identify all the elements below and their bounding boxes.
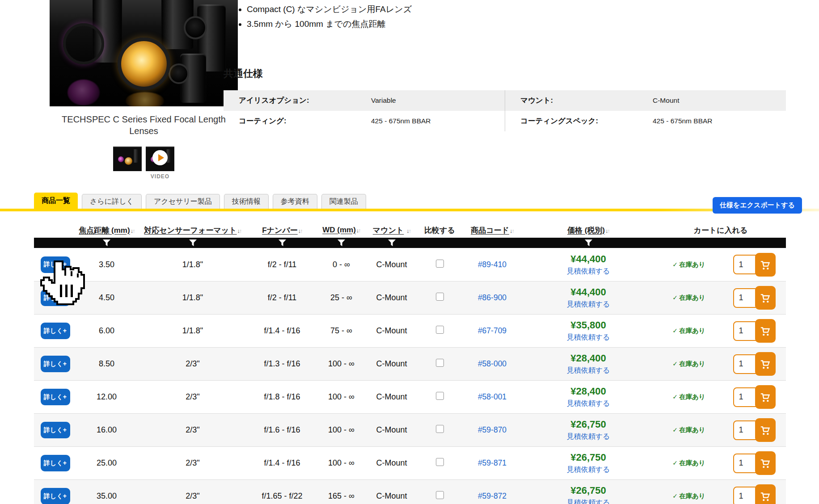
header-fnumber[interactable]: Fナンバー↓↑ (249, 225, 316, 235)
header-product-code[interactable]: 商品コード↓↑ (463, 225, 521, 235)
sort-icon[interactable]: ↓↑ (356, 227, 360, 234)
filter-icon[interactable] (76, 239, 137, 246)
fnumber-value: f/2 - f/11 (249, 293, 316, 302)
filter-icon[interactable] (316, 239, 367, 246)
header-wd[interactable]: WD (mm)↓↑ (316, 226, 367, 235)
compare-checkbox[interactable] (436, 392, 444, 400)
export-specs-button[interactable]: 仕様をエクスポートする (713, 197, 802, 214)
image-thumbnail[interactable] (113, 147, 142, 171)
tab-more-details[interactable]: さらに詳しく (82, 194, 142, 209)
compare-checkbox[interactable] (436, 260, 444, 268)
table-row: 詳しく+ 35.00 2/3" f/1.65 - f/22 165 - ∞ C-… (34, 479, 786, 504)
table-row: 詳しく+ 6.00 1/1.8" f/1.4 - f/16 75 - ∞ C-M… (34, 314, 786, 347)
filter-icon[interactable] (249, 239, 316, 246)
sort-icon[interactable]: ↓↑ (298, 227, 302, 234)
mount-value: C-Mount (367, 392, 416, 402)
compare-checkbox[interactable] (436, 293, 444, 301)
product-code-link[interactable]: #67-709 (478, 326, 507, 335)
focal-length-value: 16.00 (76, 425, 137, 435)
product-code-link[interactable]: #58-001 (478, 392, 507, 401)
header-mount[interactable]: マウント ↓↑ (367, 225, 416, 235)
sort-icon[interactable]: ↓↑ (237, 227, 241, 234)
details-button[interactable]: 詳しく+ (41, 323, 70, 339)
add-to-cart-button[interactable] (755, 352, 776, 376)
header-add-to-cart: カートに入れる (655, 225, 786, 235)
quote-request-link[interactable]: 見積依頼する (567, 366, 610, 375)
cart-icon (759, 292, 771, 304)
add-to-cart-button[interactable] (755, 319, 776, 343)
header-compare: 比較する (416, 225, 463, 235)
compare-checkbox[interactable] (436, 458, 444, 466)
add-to-cart-button[interactable] (755, 451, 776, 475)
add-to-cart-button[interactable] (755, 418, 776, 442)
quote-request-link[interactable]: 見積依頼する (567, 498, 610, 504)
quote-request-link[interactable]: 見積依頼する (567, 432, 610, 441)
sort-icon[interactable]: ↓↑ (510, 227, 514, 234)
quote-request-link[interactable]: 見積依頼する (567, 300, 610, 309)
add-to-cart-button[interactable] (755, 253, 776, 277)
tab-reference[interactable]: 参考資料 (273, 194, 317, 209)
product-code-link[interactable]: #59-870 (478, 425, 507, 434)
sort-icon[interactable]: ↓↑ (406, 227, 410, 234)
price-value: ¥44,400 (570, 286, 606, 298)
header-focal-length[interactable]: 焦点距離 (mm)↓↑ (76, 225, 137, 235)
compare-checkbox[interactable] (436, 425, 444, 433)
spec-label: マウント: (505, 96, 653, 105)
filter-icon[interactable] (137, 239, 249, 246)
wd-value: 100 - ∞ (316, 359, 367, 369)
compare-checkbox[interactable] (436, 359, 444, 367)
wd-value: 100 - ∞ (316, 425, 367, 435)
product-code-link[interactable]: #59-871 (478, 458, 507, 467)
details-button[interactable]: 詳しく+ (41, 455, 70, 471)
details-button[interactable]: 詳しく+ (41, 422, 70, 438)
price-value: ¥35,800 (570, 319, 606, 331)
details-button[interactable]: 詳しく+ (41, 356, 70, 372)
product-code-link[interactable]: #89-410 (478, 260, 507, 269)
focal-length-value: 8.50 (76, 359, 137, 369)
sensor-format-value: 1/1.8" (137, 326, 249, 336)
add-to-cart-button[interactable] (755, 484, 776, 504)
tab-technical-info[interactable]: 技術情報 (224, 194, 269, 209)
add-to-cart-button[interactable] (755, 385, 776, 409)
product-code-link[interactable]: #59-872 (478, 491, 507, 500)
in-stock-check-icon: ✓ (672, 492, 678, 500)
details-button[interactable]: 詳しく+ (41, 290, 70, 306)
product-code-link[interactable]: #58-000 (478, 359, 507, 368)
focal-length-value: 6.00 (76, 326, 137, 336)
sensor-format-value: 2/3" (137, 458, 249, 468)
compare-checkbox[interactable] (436, 326, 444, 334)
wd-value: 25 - ∞ (316, 293, 367, 302)
details-button[interactable]: 詳しく+ (41, 256, 70, 273)
mount-value: C-Mount (367, 293, 416, 302)
quote-request-link[interactable]: 見積依頼する (567, 465, 610, 475)
mount-value: C-Mount (367, 359, 416, 369)
filter-icon[interactable] (521, 239, 655, 246)
sensor-format-value: 2/3" (137, 392, 249, 402)
cart-icon (759, 325, 771, 337)
details-button[interactable]: 詳しく+ (41, 488, 70, 504)
sensor-format-value: 1/1.8" (137, 293, 249, 302)
spec-label: コーティングスペック: (505, 116, 653, 126)
filter-icon[interactable] (367, 239, 416, 246)
tab-accessories[interactable]: アクセサリー製品 (146, 194, 220, 209)
tab-product-list[interactable]: 商品一覧 (34, 193, 78, 209)
filter-bar (34, 238, 786, 248)
wd-value: 75 - ∞ (316, 326, 367, 336)
quote-request-link[interactable]: 見積依頼する (567, 267, 610, 276)
sensor-format-value: 2/3" (137, 491, 249, 501)
compare-checkbox[interactable] (436, 491, 444, 499)
stock-status: 在庫あり (679, 261, 705, 268)
quote-request-link[interactable]: 見積依頼する (567, 399, 610, 408)
product-highlights: Compact (C) なマシンビジョン用FAレンズ 3.5mm から 100m… (236, 2, 412, 31)
details-button[interactable]: 詳しく+ (41, 389, 70, 405)
video-thumbnail[interactable] (146, 147, 174, 171)
add-to-cart-button[interactable] (755, 286, 776, 310)
quote-request-link[interactable]: 見積依頼する (567, 333, 610, 342)
stock-status: 在庫あり (679, 360, 705, 367)
tab-related-products[interactable]: 関連製品 (321, 194, 366, 209)
sort-icon[interactable]: ↓↑ (131, 227, 135, 234)
sort-icon[interactable]: ↓↑ (605, 227, 609, 234)
header-sensor-format[interactable]: 対応センサーフォーマット↓↑ (137, 225, 249, 235)
product-code-link[interactable]: #86-900 (478, 293, 507, 302)
header-price[interactable]: 価格 (税別)↓↑ (521, 225, 655, 235)
